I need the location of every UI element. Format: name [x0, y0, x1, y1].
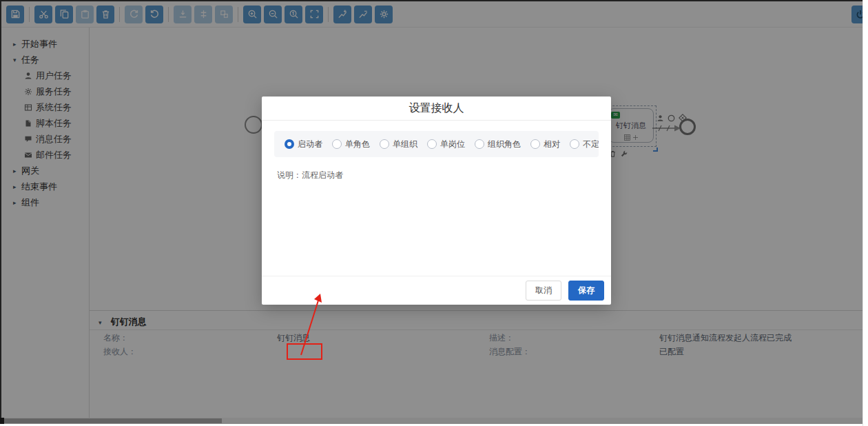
radio-label: 单角色: [345, 139, 370, 150]
radio-icon: [570, 139, 579, 149]
recipient-type-radio-group: 启动者 单角色 单组织 单岗位 组织角色 相对: [274, 131, 599, 157]
radio-option-single-role[interactable]: 单角色: [332, 139, 370, 150]
cancel-button[interactable]: 取消: [526, 281, 561, 301]
radio-label: 不定组织角色: [583, 139, 599, 150]
radio-option-any-org-role[interactable]: 不定组织角色: [570, 139, 599, 150]
radio-label: 组织角色: [488, 139, 521, 150]
radio-option-org-role[interactable]: 组织角色: [475, 139, 521, 150]
radio-icon: [475, 139, 484, 149]
radio-icon: [427, 139, 437, 149]
radio-icon: [332, 139, 342, 149]
radio-label: 启动者: [298, 139, 322, 150]
save-recipient-button[interactable]: 保存: [568, 281, 604, 301]
flow-designer-window: ▸ 开始事件 ▾ 任务 用户任务 服务任务 系统任务 脚本任务: [0, 0, 868, 426]
radio-label: 单组织: [393, 139, 417, 150]
radio-option-single-post[interactable]: 单岗位: [427, 139, 465, 150]
radio-option-relative[interactable]: 相对: [530, 139, 560, 150]
radio-selected-icon: [285, 139, 294, 149]
radio-option-initiator[interactable]: 启动者: [285, 139, 322, 150]
radio-icon: [530, 139, 540, 149]
dialog-header: 设置接收人: [262, 97, 611, 121]
radio-label: 单岗位: [440, 139, 465, 150]
page-right-edge: [862, 0, 868, 426]
radio-option-single-org[interactable]: 单组织: [380, 139, 417, 150]
dialog-footer: 取消 保存: [262, 276, 611, 305]
radio-icon: [380, 139, 389, 149]
set-recipient-dialog: 设置接收人 启动者 单角色 单组织 单岗位 组织角色: [262, 97, 611, 305]
radio-label: 相对: [544, 139, 560, 150]
dialog-title: 设置接收人: [409, 101, 464, 116]
option-description: 说明：流程启动者: [277, 170, 596, 181]
